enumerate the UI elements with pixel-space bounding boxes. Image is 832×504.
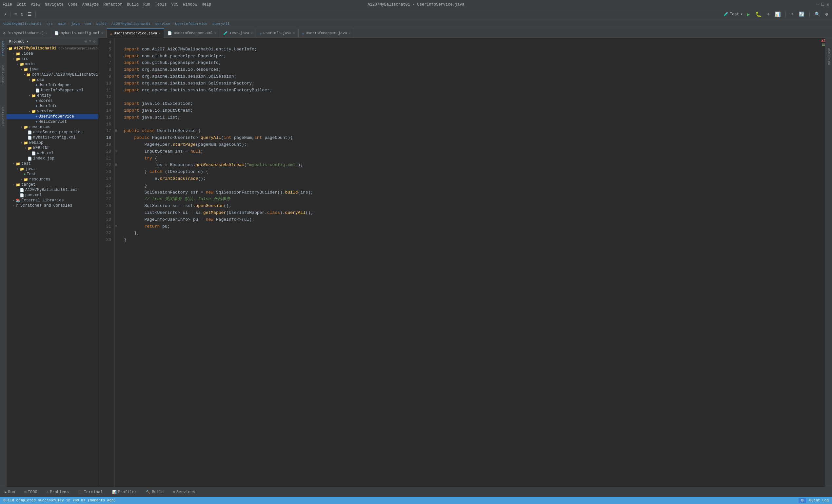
menu-bar[interactable]: File Edit View Navigate Code Analyze Ref… (3, 2, 211, 7)
minimize-button[interactable]: ─ (816, 2, 818, 7)
run-config-selector[interactable]: 🧪 Test ▾ (724, 12, 743, 17)
tree-scratches[interactable]: ▸ 🗒 Scratches and Consoles (6, 203, 98, 208)
tree-indexjsp[interactable]: 📄 index.jsp (6, 156, 98, 161)
menu-build[interactable]: Build (127, 2, 139, 7)
todo-button[interactable]: ☑ TODO (22, 489, 39, 495)
tree-com[interactable]: ▾ 📁 com.A1207.A1207MyBalischat01 (6, 72, 98, 77)
tree-idea[interactable]: ▸ 📁 .idea (6, 51, 98, 56)
tab-userinfomapper-xml[interactable]: 📄 UserInfoMapper.xml ✕ (164, 28, 220, 38)
tab-close-icon[interactable]: ✕ (159, 31, 161, 35)
tab-mybatis[interactable]: 📄 mybatis-config.xml ✕ (51, 28, 107, 38)
tree-root[interactable]: ▾ 📁 A1207MyBalischat01 D:\JavaEnterprise… (6, 46, 98, 51)
menu-navigate[interactable]: Navigate (45, 2, 63, 7)
breadcrumb-queryall[interactable]: queryAll (212, 22, 230, 26)
event-log-link[interactable]: Event Log (809, 498, 829, 502)
tree-webxml[interactable]: 📄 web.xml (6, 151, 98, 156)
toolbar-sort-icon[interactable]: ⇅ (20, 11, 25, 18)
database-panel-toggle[interactable]: Database (827, 48, 831, 65)
breadcrumb-project[interactable]: A1207MyBalischat01 (3, 22, 42, 26)
breadcrumb-service[interactable]: service (155, 22, 170, 26)
breadcrumb-userinfoservice[interactable]: UserInfoService (175, 22, 208, 26)
tree-userinfomapper-iface[interactable]: ● UserInfoMapper (6, 83, 98, 88)
breadcrumb-project2[interactable]: A1207MyBalischat01 (111, 22, 151, 26)
profile-button[interactable]: 📊 (774, 11, 782, 18)
structure-panel-toggle[interactable]: Structure (1, 65, 5, 84)
tab-test[interactable]: 🧪 Test.java ✕ (220, 28, 256, 38)
settings-button[interactable]: ⚙ (824, 11, 829, 18)
tree-test[interactable]: ▾ 📁 test (6, 161, 98, 166)
tab-userinfoservice[interactable]: ☕ UserInfoService.java ✕ (107, 28, 164, 38)
tree-test-java[interactable]: ▾ 📁 java (6, 166, 98, 172)
window-controls[interactable]: ─ □ ✕ (816, 2, 829, 7)
sidebar-header-actions[interactable]: ⊕ ≡ ⚙ (85, 39, 96, 44)
tab-close-icon[interactable]: ✕ (214, 31, 216, 35)
tree-target[interactable]: ▸ 📁 target (6, 182, 98, 187)
tree-resources[interactable]: ▾ 📁 resources (6, 124, 98, 130)
tree-dao[interactable]: ▾ 📁 dao (6, 77, 98, 83)
menu-analyze[interactable]: Analyze (82, 2, 99, 7)
tab-close-icon[interactable]: ✕ (348, 31, 350, 35)
tab-close-icon[interactable]: ✕ (251, 31, 253, 35)
tree-userinfoservice[interactable]: ● UserInfoService (6, 114, 98, 119)
tree-test-class[interactable]: ● Test (6, 172, 98, 177)
toolbar-settings-icon[interactable]: ☰ (26, 11, 33, 18)
tree-test-resources[interactable]: ▸ 📁 resources (6, 177, 98, 182)
breadcrumb-java[interactable]: java (71, 22, 80, 26)
code-editor[interactable]: 4 5 6 7 8 9 10 11 12 13 14 15 16 17 18 1… (98, 38, 821, 487)
debug-button[interactable]: 🐛 (754, 10, 763, 18)
tree-main[interactable]: ▾ 📁 main (6, 62, 98, 67)
maximize-button[interactable]: □ (821, 2, 824, 7)
run-button[interactable]: ▶ (746, 10, 751, 18)
update-button[interactable]: 🔄 (798, 11, 806, 18)
sidebar-locate-icon[interactable]: ⊕ (85, 39, 87, 44)
menu-window[interactable]: Window (183, 2, 197, 7)
sidebar-settings-icon[interactable]: ⚙ (93, 39, 96, 44)
coverage-button[interactable]: ☂ (766, 11, 771, 18)
code-content[interactable]: import com.A1207.A1207MyBalischat01.enti… (120, 38, 821, 487)
tree-entity[interactable]: ▾ 📁 entity (6, 93, 98, 98)
profiler-button[interactable]: 📊 Profiler (110, 489, 139, 495)
menu-edit[interactable]: Edit (17, 2, 26, 7)
tree-scores[interactable]: ● Scores (6, 98, 98, 104)
search-everywhere-button[interactable]: 🔍 (813, 11, 822, 18)
breadcrumb-main[interactable]: main (58, 22, 66, 26)
menu-run[interactable]: Run (143, 2, 151, 7)
ime-indicator[interactable]: 英 (799, 498, 806, 503)
tree-iml[interactable]: 📄 A1207MyBalischat01.iml (6, 187, 98, 193)
tab-settings[interactable]: ⚙ '07MyBalischat01) ✕ (0, 28, 51, 38)
menu-tools[interactable]: Tools (155, 2, 167, 7)
tree-mybatis-xml[interactable]: 📄 mybatis-config.xml (6, 135, 98, 140)
menu-refactor[interactable]: Refactor (103, 2, 122, 7)
breadcrumb-a1207[interactable]: A1207 (96, 22, 107, 26)
menu-help[interactable]: Help (202, 2, 211, 7)
tree-userinfomapper-xml[interactable]: 📄 UserInfoMapper.xml (6, 88, 98, 93)
build-button[interactable]: 🔨 Build (144, 489, 165, 495)
tab-userinfo[interactable]: ☕ UserInfo.java ✕ (256, 28, 298, 38)
toolbar-indent-icon[interactable]: ≡ (13, 11, 18, 18)
terminal-button[interactable]: ⬛ Terminal (76, 489, 105, 495)
tree-pom[interactable]: 📄 pom.xml (6, 193, 98, 198)
tree-src[interactable]: ▾ 📁 src (6, 56, 98, 62)
tree-service[interactable]: ▾ 📁 service (6, 109, 98, 114)
toolbar-icon-1[interactable]: ⚡ (3, 11, 8, 18)
tree-userinfo[interactable]: ● UserInfo (6, 104, 98, 109)
tree-webapp[interactable]: ▾ 📁 webapp (6, 140, 98, 145)
tree-datasource[interactable]: 📄 dataSource.properties (6, 130, 98, 135)
tree-java[interactable]: ▾ 📁 java (6, 67, 98, 72)
tab-close-icon[interactable]: ✕ (46, 31, 48, 35)
project-panel-toggle[interactable]: Project (1, 40, 5, 56)
menu-code[interactable]: Code (68, 2, 78, 7)
close-button[interactable]: ✕ (827, 2, 829, 7)
tree-ext-libs[interactable]: ▸ 📚 External Libraries (6, 198, 98, 203)
menu-file[interactable]: File (3, 2, 12, 7)
tab-close-icon[interactable]: ✕ (101, 31, 103, 35)
tab-userinfomapper[interactable]: ☕ UserInfoMapper.java ✕ (298, 28, 354, 38)
tree-helloservlet[interactable]: ● HelloServlet (6, 119, 98, 124)
services-button[interactable]: ⚙ Services (171, 489, 197, 495)
menu-vcs[interactable]: VCS (172, 2, 179, 7)
run-bottom-button[interactable]: ▶ Run (3, 489, 17, 495)
breadcrumb-com[interactable]: com (84, 22, 91, 26)
favorites-panel-toggle[interactable]: Favorites (1, 107, 5, 126)
tab-close-icon[interactable]: ✕ (293, 31, 295, 35)
breadcrumb-src[interactable]: src (46, 22, 53, 26)
